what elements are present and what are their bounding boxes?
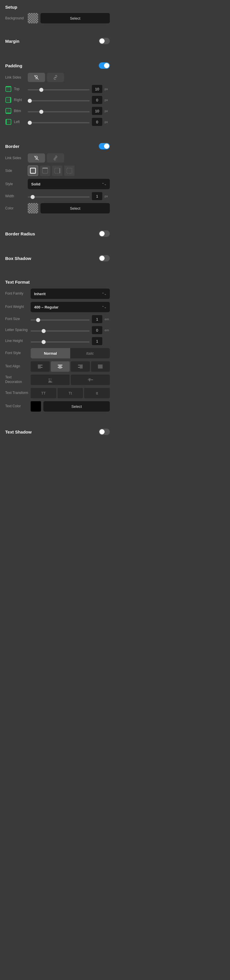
font-style-normal-button[interactable]: Normal [30,348,70,358]
border-width-unit: px [105,194,110,198]
padding-right-slider[interactable] [28,100,89,101]
padding-header: Padding [5,62,110,69]
text-decoration-buttons: U T [30,375,110,385]
text-shadow-header: Text Shadow [5,429,110,435]
font-style-italic-button[interactable]: Italic [70,348,110,358]
link-icon [53,75,58,80]
padding-left-input[interactable]: 0 [92,118,102,126]
text-align-row: Text Align [5,361,110,372]
line-height-slider[interactable] [30,341,89,342]
padding-bottom-unit: px [105,109,110,113]
padding-left-slider[interactable] [28,122,89,123]
padding-top-input[interactable]: 10 [92,85,102,93]
text-shadow-toggle[interactable] [99,429,110,435]
border-side-label: Side [5,169,26,173]
padding-link-unlink-button[interactable] [28,73,45,82]
border-radius-toggle[interactable] [99,231,110,237]
border-width-input[interactable]: 1 [92,192,102,200]
border-all-sides-button[interactable] [28,165,38,176]
align-right-icon [78,364,83,369]
font-size-label: Font Size [5,317,28,321]
border-link-sides-btns [28,153,64,162]
box-shadow-toggle[interactable] [99,255,110,261]
text-transform-uppercase-button[interactable]: TT [30,388,56,398]
border-toggle[interactable] [99,143,110,150]
border-all-icon [30,167,36,174]
padding-left-slider-container [28,119,89,124]
border-section: Border Link Sides Side [0,138,115,221]
padding-top-row: Top 10 px [5,85,110,93]
svg-rect-8 [6,109,10,113]
text-color-label: Text Color [5,404,28,409]
text-transform-label: Text Transform [5,391,28,395]
line-height-slider-container [30,339,89,344]
padding-bottom-slider[interactable] [28,111,89,112]
margin-toggle[interactable] [99,38,110,44]
background-label: Background [5,16,26,20]
padding-left-unit: px [105,120,110,124]
padding-top-slider[interactable] [28,89,89,91]
text-transform-lowercase-button[interactable]: tt [84,388,110,398]
strikethrough-icon: T [88,377,93,382]
text-align-right-button[interactable] [71,361,90,372]
font-style-buttons: Normal Italic [30,348,110,358]
font-size-input[interactable]: 1 [92,315,102,323]
border-radius-section: Border Radius [0,226,115,246]
svg-rect-9 [6,113,11,113]
font-weight-value: 400 – Regular [34,305,59,309]
svg-rect-6 [10,97,11,103]
padding-toggle[interactable] [99,62,110,69]
border-side-buttons [28,165,75,176]
text-format-header: Text Format [5,280,110,285]
text-strikethrough-button[interactable]: T [71,375,110,385]
text-transform-capitalize-button[interactable]: Tt [58,388,83,398]
border-link-button[interactable] [47,153,64,162]
border-radius-header: Border Radius [5,231,110,237]
font-family-arrow-icon: ⌃⌄ [102,292,106,296]
box-shadow-section: Box Shadow [0,250,115,270]
font-size-slider[interactable] [30,320,89,321]
svg-rect-19 [67,168,72,173]
padding-link-sides-label: Link Sides [5,75,26,80]
border-top-side-button[interactable] [40,165,50,176]
padding-bottom-row: Bttm 10 px [5,107,110,115]
background-select-button[interactable]: Select [40,13,110,23]
transform-capitalize-label: Tt [69,391,72,395]
text-align-center-button[interactable] [51,361,70,372]
font-weight-dropdown[interactable]: 400 – Regular ⌃⌄ [30,302,110,312]
svg-rect-11 [6,120,10,124]
padding-right-unit: px [105,98,110,102]
padding-title: Padding [5,63,22,68]
letter-spacing-slider-container [30,328,89,333]
border-style-label: Style [5,182,26,186]
border-bottom-side-button[interactable] [64,165,75,176]
padding-top-slider-container [28,86,89,92]
align-center-icon [58,364,62,369]
border-width-slider[interactable] [28,196,89,197]
text-align-left-button[interactable] [30,361,50,372]
border-right-side-button[interactable] [52,165,62,176]
text-color-select-button[interactable]: Select [43,401,110,412]
border-top-icon [42,167,48,174]
svg-rect-15 [43,168,48,173]
border-color-label: Color [5,206,26,210]
text-decoration-label: Text Decoration [5,375,28,384]
padding-bottom-input[interactable]: 10 [92,107,102,115]
padding-top-icon [5,86,11,92]
text-underline-button[interactable]: U [30,375,70,385]
letter-spacing-slider[interactable] [30,331,89,332]
border-link-unlink-button[interactable] [28,153,45,162]
padding-link-sides-row: Link Sides [5,73,110,82]
border-side-row: Side [5,165,110,176]
font-family-dropdown[interactable]: Inherit ⌃⌄ [30,288,110,299]
font-size-unit: em [105,317,110,321]
border-color-select-button[interactable]: Select [40,203,110,213]
padding-link-button[interactable] [47,73,64,82]
padding-right-input[interactable]: 0 [92,96,102,104]
line-height-input[interactable]: 1 [92,337,102,345]
text-align-justify-button[interactable] [91,361,110,372]
border-style-dropdown[interactable]: Solid ⌃⌄ [28,179,110,189]
letter-spacing-input[interactable]: 0 [92,326,102,334]
underline-icon: U [48,377,53,382]
border-style-row: Style Solid ⌃⌄ [5,179,110,189]
